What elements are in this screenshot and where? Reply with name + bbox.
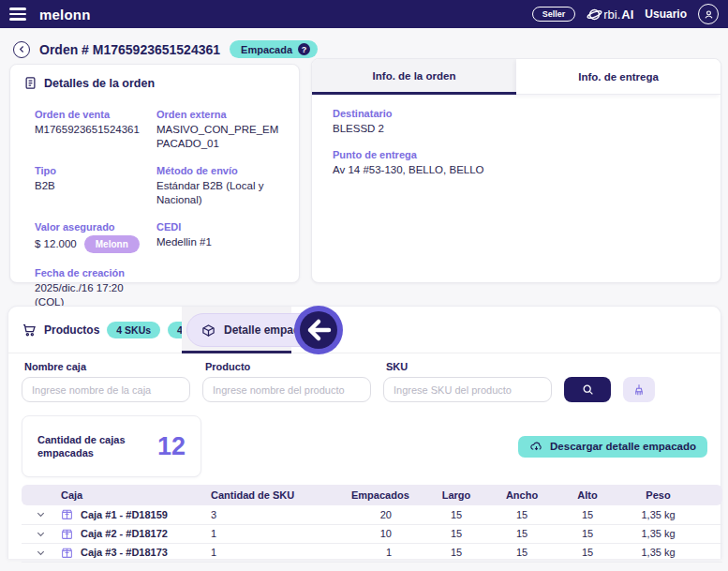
field-tipo: Tipo B2B	[35, 165, 147, 207]
top-nav: melonn Seller rbi.AI Usuario	[0, 0, 728, 28]
field-label: Fecha de creación	[35, 267, 147, 278]
empacados-value: 1	[349, 543, 423, 562]
melonn-badge: Melonn	[84, 235, 140, 253]
cantidad-sku-value: 1	[209, 543, 349, 562]
box-icon	[61, 547, 73, 559]
col-cantidad-sku: Cantidad de SKU	[209, 485, 349, 505]
nombre-caja-input[interactable]	[22, 377, 190, 402]
filter-sku: SKU	[383, 361, 552, 402]
back-button[interactable]	[13, 41, 30, 58]
brand-logo[interactable]: melonn	[39, 7, 91, 23]
field-value: Av 14 #53-130, BELLO, BELLO	[333, 163, 700, 177]
download-packed-detail-button[interactable]: Descargar detalle empacado	[518, 436, 707, 458]
field-punto-de-entrega: Punto de entrega Av 14 #53-130, BELLO, B…	[333, 149, 700, 177]
user-label[interactable]: Usuario	[645, 8, 687, 21]
field-label: Destinatario	[333, 108, 700, 119]
cursor-arrow-overlay	[293, 305, 344, 355]
peso-value: 1,35 kg	[620, 524, 722, 543]
filter-label: Producto	[205, 361, 371, 372]
seller-badge: Seller	[532, 7, 576, 22]
field-value: Medellin #1	[156, 235, 286, 249]
packed-detail-panel: Productos 4 SKUs 40 Ítems Detalle empaca…	[7, 306, 721, 559]
orbi-text: rbi.	[603, 8, 620, 22]
col-largo: Largo	[423, 485, 489, 505]
chevron-left-icon	[18, 45, 26, 53]
summary-value: 12	[157, 432, 186, 461]
field-label: Método de envío	[156, 165, 286, 176]
field-destinatario: Destinatario BLESSD 2	[333, 108, 700, 136]
sku-input[interactable]	[383, 377, 552, 402]
search-button[interactable]	[564, 377, 611, 402]
clear-filters-button[interactable]	[623, 377, 655, 402]
largo-value: 15	[423, 524, 489, 543]
broom-icon	[632, 383, 646, 397]
col-peso: Peso	[620, 485, 722, 505]
peso-value: 1,35 kg	[620, 505, 722, 524]
field-label: Orden externa	[156, 109, 286, 120]
table-row: Caja #2 - #D18172 1 10 15 15 15 1,35 kg	[22, 524, 722, 543]
ancho-value: 15	[489, 505, 555, 524]
status-label: Empacada	[241, 44, 292, 55]
user-avatar[interactable]	[698, 4, 719, 24]
menu-icon[interactable]	[9, 8, 26, 21]
peso-value: 1,35 kg	[620, 543, 722, 562]
planet-icon	[587, 7, 602, 23]
orbi-text-bold: AI	[621, 8, 633, 22]
field-metodo-de-envio: Método de envío Estándar B2B (Local y Na…	[156, 165, 286, 207]
col-caja: Caja	[59, 485, 209, 505]
expand-row-icon[interactable]	[23, 509, 57, 519]
alto-value: 15	[555, 505, 620, 524]
tab-info-de-entrega[interactable]: Info. de entrega	[516, 59, 721, 95]
person-icon	[703, 8, 715, 21]
col-ancho: Ancho	[489, 485, 555, 505]
largo-value: 15	[423, 505, 489, 524]
order-details-card: Detalles de la orden Orden de venta M176…	[9, 64, 300, 283]
document-icon	[23, 76, 37, 90]
order-info-card: Info. de la orden Info. de entrega Desti…	[311, 58, 721, 283]
summary-label: Cantidad de cajas empacadas	[37, 433, 150, 460]
field-valor-asegurado: Valor asegurado $ 12.000 Melonn	[35, 221, 147, 253]
field-value: M1765923651524361	[35, 123, 147, 137]
producto-input[interactable]	[202, 377, 371, 402]
ancho-value: 15	[489, 524, 555, 543]
cloud-download-icon	[529, 441, 543, 453]
page-header: Orden # M1765923651524361 Empacada ?	[13, 40, 715, 58]
filter-label: SKU	[386, 361, 552, 372]
download-button-label: Descargar detalle empacado	[550, 441, 696, 452]
table-row: Caja #1 - #D18159 3 20 15 15 15 1,35 kg	[22, 505, 722, 524]
skus-count-badge: 4 SKUs	[107, 322, 160, 338]
box-icon	[61, 528, 73, 540]
caja-name: Caja #1 - #D18159	[81, 509, 168, 520]
alto-value: 15	[555, 524, 620, 543]
field-cedi: CEDI Medellin #1	[156, 221, 286, 253]
filter-producto: Producto	[202, 361, 371, 402]
filter-nombre-caja: Nombre caja	[22, 361, 190, 402]
field-value: B2B	[35, 179, 147, 193]
expand-row-icon[interactable]	[23, 548, 57, 558]
caja-name: Caja #2 - #D18172	[81, 528, 168, 539]
field-value: BLESSD 2	[333, 122, 700, 136]
page-title: Orden # M1765923651524361	[39, 42, 220, 57]
tab-info-de-la-orden[interactable]: Info. de la orden	[312, 59, 516, 95]
boxes-table: Caja Cantidad de SKU Empacados Largo Anc…	[22, 485, 722, 563]
largo-value: 15	[423, 543, 489, 562]
orbi-ai-logo[interactable]: rbi.AI	[587, 7, 633, 23]
col-alto: Alto	[555, 485, 620, 505]
field-label: Punto de entrega	[333, 149, 700, 160]
filter-label: Nombre caja	[24, 361, 190, 372]
field-value: MASIVO_CON_PRE_EMPACADO_01	[156, 123, 286, 151]
col-empacados: Empacados	[349, 485, 423, 505]
alto-value: 15	[555, 543, 620, 562]
expand-row-icon[interactable]	[23, 529, 57, 539]
field-orden-de-venta: Orden de venta M1765923651524361	[35, 109, 147, 151]
empacados-value: 10	[349, 524, 423, 543]
field-label: Orden de venta	[35, 109, 147, 120]
package-icon	[201, 323, 215, 338]
cart-icon	[22, 323, 37, 338]
tab-productos-label: Productos	[44, 323, 99, 337]
active-tab-indicator	[182, 351, 291, 353]
help-icon[interactable]: ?	[298, 43, 310, 55]
field-label: Tipo	[35, 165, 147, 176]
field-label: CEDI	[156, 221, 286, 233]
order-status-badge: Empacada ?	[230, 40, 318, 58]
